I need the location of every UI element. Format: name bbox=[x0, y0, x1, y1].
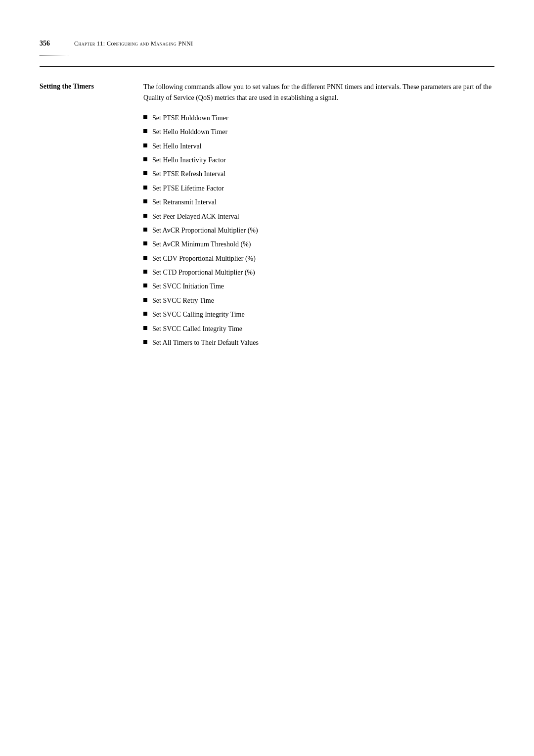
chapter-title: Chapter 11: Configuring and Managing PNN… bbox=[74, 40, 193, 47]
list-item: Set PTSE Refresh Interval bbox=[143, 169, 494, 180]
section-label: Setting the Timers bbox=[40, 82, 129, 351]
list-item-text: Set Hello Interval bbox=[152, 141, 202, 152]
bullet-icon bbox=[143, 171, 147, 175]
list-item: Set AvCR Proportional Multiplier (%) bbox=[143, 225, 494, 236]
bullet-icon bbox=[143, 186, 147, 189]
list-item-text: Set SVCC Retry Time bbox=[152, 295, 214, 306]
list-item-text: Set CDV Proportional Multiplier (%) bbox=[152, 253, 256, 264]
list-item: Set SVCC Called Integrity Time bbox=[143, 324, 494, 334]
bullet-icon bbox=[143, 298, 147, 302]
list-item: Set PTSE Holddown Timer bbox=[143, 113, 494, 124]
list-item: Set SVCC Retry Time bbox=[143, 295, 494, 306]
bullet-icon bbox=[143, 228, 147, 232]
list-item: Set Retransmit Interval bbox=[143, 197, 494, 208]
list-item-text: Set SVCC Called Integrity Time bbox=[152, 324, 242, 334]
intro-text: The following commands allow you to set … bbox=[143, 82, 494, 104]
list-item: Set Hello Holddown Timer bbox=[143, 127, 494, 138]
content-section: Setting the Timers The following command… bbox=[40, 82, 494, 351]
list-item: Set CDV Proportional Multiplier (%) bbox=[143, 253, 494, 264]
bullet-icon bbox=[143, 256, 147, 260]
list-item-text: Set AvCR Minimum Threshold (%) bbox=[152, 239, 251, 250]
page: 356 Chapter 11: Configuring and Managing… bbox=[0, 0, 534, 756]
list-item-text: Set All Timers to Their Default Values bbox=[152, 337, 259, 348]
bullet-icon bbox=[143, 143, 147, 147]
header-dots bbox=[40, 53, 69, 56]
list-item: Set Hello Interval bbox=[143, 141, 494, 152]
list-item-text: Set AvCR Proportional Multiplier (%) bbox=[152, 225, 258, 236]
list-item-text: Set Peer Delayed ACK Interval bbox=[152, 211, 239, 222]
list-item: Set Hello Inactivity Factor bbox=[143, 155, 494, 166]
list-item: Set Peer Delayed ACK Interval bbox=[143, 211, 494, 222]
list-item-text: Set Retransmit Interval bbox=[152, 197, 217, 208]
bullet-icon bbox=[143, 157, 147, 161]
list-item-text: Set PTSE Refresh Interval bbox=[152, 169, 225, 180]
bullet-icon bbox=[143, 284, 147, 287]
list-item: Set AvCR Minimum Threshold (%) bbox=[143, 239, 494, 250]
list-item-text: Set Hello Inactivity Factor bbox=[152, 155, 226, 166]
list-item: Set All Timers to Their Default Values bbox=[143, 337, 494, 348]
bullet-icon bbox=[143, 214, 147, 218]
bullet-icon bbox=[143, 115, 147, 119]
list-item-text: Set SVCC Initiation Time bbox=[152, 281, 224, 292]
bullet-list: Set PTSE Holddown TimerSet Hello Holddow… bbox=[143, 113, 494, 349]
bullet-icon bbox=[143, 326, 147, 330]
list-item-text: Set SVCC Calling Integrity Time bbox=[152, 309, 245, 320]
bullet-icon bbox=[143, 241, 147, 245]
section-body: The following commands allow you to set … bbox=[143, 82, 494, 351]
list-item-text: Set PTSE Holddown Timer bbox=[152, 113, 228, 124]
page-header: 356 Chapter 11: Configuring and Managing… bbox=[40, 40, 494, 51]
list-item-text: Set Hello Holddown Timer bbox=[152, 127, 227, 138]
list-item: Set SVCC Calling Integrity Time bbox=[143, 309, 494, 320]
list-item: Set PTSE Lifetime Factor bbox=[143, 183, 494, 194]
list-item: Set CTD Proportional Multiplier (%) bbox=[143, 267, 494, 278]
list-item: Set SVCC Initiation Time bbox=[143, 281, 494, 292]
section-divider bbox=[40, 66, 494, 67]
bullet-icon bbox=[143, 312, 147, 316]
list-item-text: Set CTD Proportional Multiplier (%) bbox=[152, 267, 255, 278]
list-item-text: Set PTSE Lifetime Factor bbox=[152, 183, 224, 194]
bullet-icon bbox=[143, 340, 147, 344]
bullet-icon bbox=[143, 129, 147, 133]
bullet-icon bbox=[143, 270, 147, 274]
bullet-icon bbox=[143, 199, 147, 203]
page-number: 356 bbox=[40, 40, 69, 47]
